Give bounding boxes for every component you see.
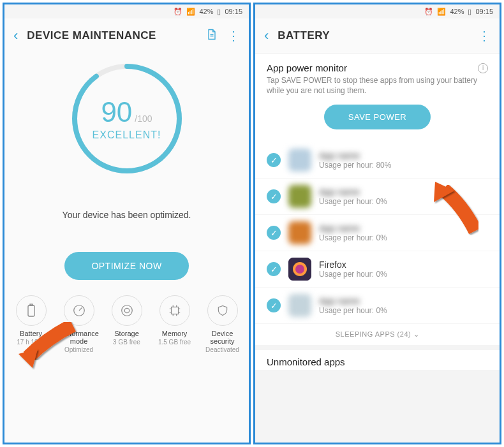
section-title: App power monitor (267, 62, 347, 73)
chevron-down-icon: ⌄ (413, 330, 420, 338)
app-icon (288, 149, 311, 172)
tile-label: Memory (162, 330, 188, 337)
signal-icon: 📶 (437, 8, 446, 16)
unmonitored-apps-title: Unmonitored apps (255, 345, 500, 370)
app-name: App name (319, 223, 488, 233)
tile-label: Storage (114, 330, 139, 337)
app-name: App name (319, 187, 488, 197)
tile-sub: 17 h 10 m (17, 339, 45, 346)
app-row[interactable]: ✓App nameUsage per hour: 0% (255, 179, 500, 215)
app-name: App name (319, 150, 488, 161)
page-title: BATTERY (278, 29, 469, 42)
app-usage: Usage per hour: 0% (319, 270, 488, 279)
svg-point-10 (295, 265, 304, 274)
save-power-button[interactable]: SAVE POWER (324, 105, 431, 129)
app-power-monitor-section: App power monitor i Tap SAVE POWER to st… (255, 53, 500, 142)
tiles-row: Battery 17 h 10 m Performance mode Optim… (4, 291, 249, 361)
app-row[interactable]: ✓App nameUsage per hour: 80% (255, 142, 500, 179)
app-list: ✓App nameUsage per hour: 80%✓App nameUsa… (255, 142, 500, 324)
battery-icon: ▯ (217, 8, 221, 16)
tile-label: Device security (200, 330, 245, 345)
title-bar: ‹ BATTERY ⋮ (255, 18, 500, 53)
clock: 09:15 (225, 8, 242, 15)
status-bar: ⏰ 📶 42% ▯ 09:15 (4, 4, 249, 18)
optimize-now-button[interactable]: OPTIMIZE NOW (64, 252, 188, 280)
memory-icon (159, 295, 190, 326)
check-icon[interactable]: ✓ (267, 298, 281, 312)
optimized-message: Your device has been optimized. (4, 210, 249, 220)
svg-rect-7 (171, 307, 178, 314)
tile-sub: Optimized (64, 346, 93, 353)
right-phone: ⏰ 📶 42% ▯ 09:15 ‹ BATTERY ⋮ App power mo… (253, 3, 501, 444)
shield-icon (207, 295, 238, 326)
back-icon[interactable]: ‹ (13, 27, 18, 44)
tile-battery[interactable]: Battery 17 h 10 m (9, 295, 54, 353)
battery-content: App power monitor i Tap SAVE POWER to st… (255, 53, 500, 443)
clock: 09:15 (475, 8, 493, 15)
left-phone: ⏰ 📶 42% ▯ 09:15 ‹ DEVICE MAINTENANCE ⋮ 9… (3, 3, 251, 444)
app-icon (288, 221, 311, 244)
tile-sub: Deactivated (205, 346, 239, 353)
svg-rect-3 (30, 304, 33, 305)
alarm-icon: ⏰ (424, 8, 433, 16)
app-usage: Usage per hour: 0% (319, 197, 488, 206)
title-bar: ‹ DEVICE MAINTENANCE ⋮ (4, 18, 249, 53)
section-desc: Tap SAVE POWER to stop these apps from u… (267, 76, 488, 96)
check-icon[interactable]: ✓ (267, 153, 281, 167)
app-name: App name (319, 296, 488, 306)
battery-percent: 42% (450, 8, 464, 15)
page-title: DEVICE MAINTENANCE (27, 29, 196, 42)
maintenance-content: 90 /100 EXCELLENT! Your device has been … (4, 53, 249, 443)
app-icon (288, 258, 311, 281)
battery-icon (16, 295, 47, 326)
check-icon[interactable]: ✓ (267, 226, 281, 240)
check-icon[interactable]: ✓ (267, 262, 281, 276)
storage-icon (112, 295, 142, 326)
tile-label: Battery (20, 330, 42, 337)
svg-point-6 (124, 308, 129, 312)
more-icon[interactable]: ⋮ (227, 28, 240, 43)
svg-rect-2 (28, 305, 34, 316)
status-bar: ⏰ 📶 42% ▯ 09:15 (255, 4, 500, 18)
info-icon[interactable]: i (478, 63, 488, 73)
tile-security[interactable]: Device security Deactivated (200, 295, 245, 353)
tile-memory[interactable]: Memory 1.5 GB free (152, 295, 197, 353)
svg-point-5 (121, 305, 132, 316)
signal-icon: 📶 (186, 8, 195, 16)
tile-label: Performance mode (57, 330, 101, 345)
app-usage: Usage per hour: 80% (319, 161, 488, 170)
app-usage: Usage per hour: 0% (319, 306, 488, 315)
app-name: Firefox (319, 260, 488, 270)
app-row[interactable]: ✓App nameUsage per hour: 0% (255, 215, 500, 251)
back-icon[interactable]: ‹ (264, 27, 269, 44)
battery-icon: ▯ (468, 8, 471, 16)
alarm-icon: ⏰ (174, 8, 182, 16)
tile-sub: 1.5 GB free (158, 339, 191, 346)
app-row[interactable]: ✓FirefoxUsage per hour: 0% (255, 251, 500, 288)
gauge-icon (64, 295, 94, 326)
tile-performance[interactable]: Performance mode Optimized (57, 295, 101, 353)
more-icon[interactable]: ⋮ (478, 28, 491, 43)
app-usage: Usage per hour: 0% (319, 233, 488, 242)
battery-percent: 42% (199, 8, 213, 15)
document-icon[interactable] (205, 28, 218, 43)
app-icon (288, 185, 311, 208)
check-icon[interactable]: ✓ (267, 189, 281, 203)
svg-point-1 (75, 66, 179, 171)
tile-sub: 3 GB free (113, 339, 140, 346)
app-icon (288, 294, 311, 317)
app-row[interactable]: ✓App nameUsage per hour: 0% (255, 288, 500, 324)
tile-storage[interactable]: Storage 3 GB free (105, 295, 149, 353)
sleeping-apps-row[interactable]: SLEEPING APPS (24) ⌄ (255, 324, 500, 345)
score-ring: 90 /100 EXCELLENT! (66, 58, 188, 179)
